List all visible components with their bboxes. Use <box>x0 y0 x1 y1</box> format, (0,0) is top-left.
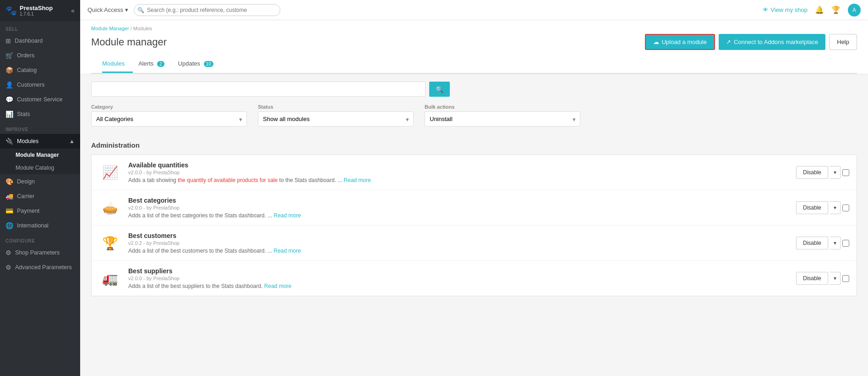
tab-modules[interactable]: Modules <box>102 55 133 73</box>
bulk-select-wrapper: Uninstall Disable Enable <box>425 111 580 127</box>
module-desc: Adds a tab showing the quantity of avail… <box>128 177 789 183</box>
status-filter-group: Status Show all modules Enabled modules … <box>258 104 414 127</box>
disable-button[interactable]: Disable <box>796 166 828 179</box>
quick-access-label: Quick Access <box>87 6 123 13</box>
module-meta: v2.0.0 - by PrestaShop <box>128 205 789 210</box>
module-row: 🥧 Best categories v2.0.0 - by PrestaShop… <box>92 190 857 226</box>
status-select[interactable]: Show all modules Enabled modules Disable… <box>258 111 414 127</box>
search-icon: 🔍 <box>436 86 443 93</box>
read-more-link[interactable]: Read more <box>274 248 301 254</box>
chevron-up-icon: ▲ <box>69 138 75 144</box>
module-checkbox[interactable] <box>842 169 849 176</box>
disable-button[interactable]: Disable <box>796 272 828 285</box>
tab-alerts[interactable]: Alerts 2 <box>138 55 172 73</box>
topbar: Quick Access ▾ 🔍 👁 View my shop 🔔 🏆 A <box>80 0 868 20</box>
stats-icon: 📊 <box>5 111 13 118</box>
category-select[interactable]: All Categories Administration Analytics … <box>91 111 247 127</box>
sidebar-item-orders[interactable]: 🛒 Orders <box>0 48 80 63</box>
category-filter-group: Category All Categories Administration A… <box>91 104 247 127</box>
design-icon: 🎨 <box>5 178 13 185</box>
tab-alerts-label: Alerts <box>138 60 153 67</box>
module-desc: Adds a list of the best suppliers to the… <box>128 283 789 289</box>
sidebar-item-modules[interactable]: 🔌 Modules ▲ <box>0 134 80 149</box>
modules-icon: 🔌 <box>5 138 13 145</box>
sidebar-header: 🐾 PrestaShop 1.7.6.1 « <box>0 0 80 21</box>
read-more-link[interactable]: Read more <box>264 283 291 289</box>
sidebar-item-customer-service[interactable]: 💬 Customer Service <box>0 92 80 107</box>
sidebar-item-dashboard[interactable]: ⊞ Dashboard <box>0 33 80 48</box>
module-name: Best categories <box>128 197 789 204</box>
carrier-icon: 🚚 <box>5 193 13 200</box>
quick-access-menu[interactable]: Quick Access ▾ <box>87 6 128 13</box>
notifications-icon[interactable]: 🔔 <box>815 6 824 14</box>
sidebar-item-label: Catalog <box>17 67 37 73</box>
module-meta: v2.0.0 - by PrestaShop <box>128 276 789 281</box>
disable-button[interactable]: Disable <box>796 237 828 249</box>
category-select-wrapper: All Categories Administration Analytics … <box>91 111 247 127</box>
module-info: Best categories v2.0.0 - by PrestaShop A… <box>128 197 789 219</box>
action-dropdown-button[interactable]: ▾ <box>830 272 841 285</box>
sidebar-collapse-button[interactable]: « <box>71 7 75 14</box>
bulk-actions-label: Bulk actions <box>425 104 580 110</box>
connect-addons-button[interactable]: ↗ Connect to Addons marketplace <box>719 34 825 50</box>
sidebar-item-shop-parameters[interactable]: ⚙ Shop Parameters <box>0 245 80 260</box>
sidebar-item-carrier[interactable]: 🚚 Carrier <box>0 189 80 204</box>
breadcrumb-parent-link[interactable]: Module Manager <box>91 26 129 31</box>
sidebar-sub-module-manager[interactable]: Module Manager <box>0 149 80 161</box>
tab-modules-label: Modules <box>102 60 125 67</box>
sidebar-item-payment[interactable]: 💳 Payment <box>0 204 80 218</box>
catalog-icon: 📦 <box>5 66 13 74</box>
sidebar-item-label: Customer Service <box>17 96 62 103</box>
module-meta: v2.0.0 - by PrestaShop <box>128 170 789 175</box>
global-search-input[interactable] <box>134 4 280 16</box>
module-checkbox[interactable] <box>842 275 849 282</box>
module-search-input[interactable] <box>91 82 426 97</box>
upload-module-button[interactable]: ☁ Upload a module <box>645 34 715 50</box>
read-more-link[interactable]: Read more <box>344 177 371 183</box>
view-my-shop-link[interactable]: 👁 View my shop <box>763 6 808 13</box>
tab-updates[interactable]: Updates 10 <box>178 55 222 73</box>
page-actions: ☁ Upload a module ↗ Connect to Addons ma… <box>645 34 857 50</box>
best-suppliers-icon: 🚛 <box>99 267 121 289</box>
page-title-row: Module manager ☁ Upload a module ↗ Conne… <box>91 34 857 50</box>
module-info: Best customers v2.0.2 - by PrestaShop Ad… <box>128 232 789 254</box>
action-dropdown-button[interactable]: ▾ <box>830 237 841 249</box>
bulk-select[interactable]: Uninstall Disable Enable <box>425 111 580 127</box>
sidebar-item-catalog[interactable]: 📦 Catalog <box>0 63 80 77</box>
shop-params-icon: ⚙ <box>5 249 11 256</box>
module-actions: Disable ▾ <box>796 166 849 179</box>
sidebar-item-stats[interactable]: 📊 Stats <box>0 107 80 122</box>
administration-section-title: Administration <box>91 141 857 149</box>
disable-button[interactable]: Disable <box>796 201 828 214</box>
action-dropdown-button[interactable]: ▾ <box>830 201 841 214</box>
advanced-params-icon: ⚙ <box>5 264 11 271</box>
sidebar-item-advanced-parameters[interactable]: ⚙ Advanced Parameters <box>0 260 80 275</box>
module-checkbox[interactable] <box>842 240 849 247</box>
search-row: 🔍 <box>91 82 857 97</box>
sidebar-item-design[interactable]: 🎨 Design <box>0 174 80 189</box>
module-checkbox[interactable] <box>842 205 849 211</box>
search-button[interactable]: 🔍 <box>429 82 450 97</box>
prestashop-logo-icon: 🐾 <box>5 5 17 16</box>
user-avatar[interactable]: A <box>848 4 861 17</box>
trophy-icon[interactable]: 🏆 <box>831 6 841 14</box>
help-button[interactable]: Help <box>829 34 857 50</box>
modules-container: 📈 Available quantities v2.0.0 - by Prest… <box>91 155 857 296</box>
action-dropdown-button[interactable]: ▾ <box>830 166 841 179</box>
eye-icon: 👁 <box>763 6 769 13</box>
read-more-link[interactable]: Read more <box>274 212 301 219</box>
module-name: Best customers <box>128 232 789 239</box>
breadcrumb-current: Modules <box>133 26 153 31</box>
sidebar-item-customers[interactable]: 👤 Customers <box>0 77 80 92</box>
module-actions: Disable ▾ <box>796 201 849 214</box>
content-area: Module Manager / Modules Module manager … <box>80 20 868 376</box>
topbar-right: 👁 View my shop 🔔 🏆 A <box>763 4 861 17</box>
bulk-actions-group: Bulk actions Uninstall Disable Enable <box>425 104 580 127</box>
sidebar-item-international[interactable]: 🌐 International <box>0 218 80 233</box>
status-select-wrapper: Show all modules Enabled modules Disable… <box>258 111 414 127</box>
alerts-badge: 2 <box>157 61 164 67</box>
sidebar-item-label: Design <box>17 178 35 185</box>
sidebar-sub-module-catalog[interactable]: Module Catalog <box>0 161 80 174</box>
sidebar-item-label: Shop Parameters <box>15 249 60 256</box>
sidebar-item-label: Orders <box>17 52 34 59</box>
